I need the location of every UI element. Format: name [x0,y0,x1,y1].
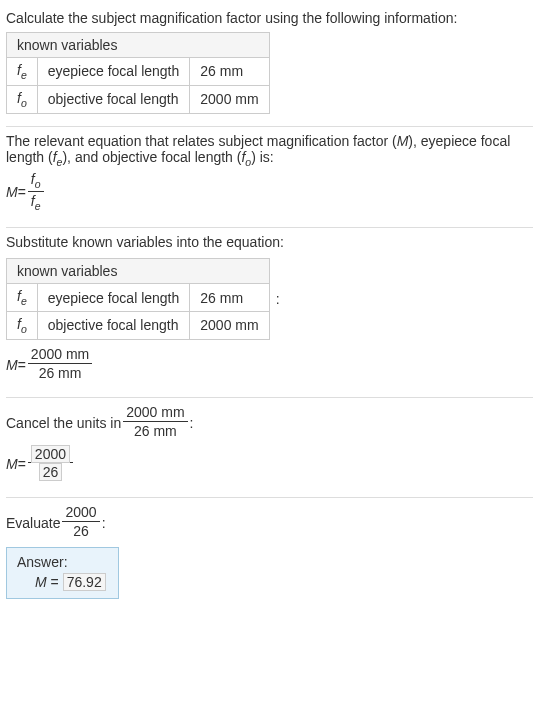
equation-description: The relevant equation that relates subje… [6,133,533,168]
cancel-intro: Cancel the units in 2000 mm 26 mm : [6,404,533,441]
table-row: fe eyepiece focal length 26 mm [7,284,270,312]
symbol-cell: fo [7,312,38,340]
value-cell: 26 mm [190,58,269,86]
section-equation: The relevant equation that relates subje… [6,127,533,229]
section-substitute: Substitute known variables into the equa… [6,228,533,398]
answer-equation: M = 76.92 [17,574,106,590]
desc-cell: eyepiece focal length [37,284,190,312]
desc-cell: objective focal length [37,85,190,113]
answer-box: Answer: M = 76.92 [6,547,119,599]
table-row: fo objective focal length 2000 mm [7,85,270,113]
desc-cell: objective focal length [37,312,190,340]
symbol-cell: fe [7,58,38,86]
value-cell: 2000 mm [190,85,269,113]
equation-substituted: M = 2000 mm 26 mm [6,346,533,383]
symbol-cell: fo [7,85,38,113]
known-header: known variables [7,33,270,58]
colon: : [276,291,280,307]
value-cell: 2000 mm [190,312,269,340]
equation-cancelled: M = 2000 26 [6,446,533,483]
known-header: known variables [7,259,270,284]
problem-statement: Calculate the subject magnification fact… [6,10,533,26]
substitute-intro: Substitute known variables into the equa… [6,234,533,250]
symbol-cell: fe [7,284,38,312]
section-cancel: Cancel the units in 2000 mm 26 mm : M = … [6,398,533,498]
table-row: fe eyepiece focal length 26 mm [7,58,270,86]
equation-symbolic: M = fo fe [6,171,533,213]
section-answer: Evaluate 2000 26 : Answer: M = 76.92 [6,498,533,609]
known-variables-table-1: known variables fe eyepiece focal length… [6,32,270,114]
desc-cell: eyepiece focal length [37,58,190,86]
evaluate-intro: Evaluate 2000 26 : [6,504,533,541]
section-problem: Calculate the subject magnification fact… [6,4,533,127]
answer-label: Answer: [17,554,106,570]
table-row: fo objective focal length 2000 mm [7,312,270,340]
known-variables-table-2: known variables fe eyepiece focal length… [6,258,270,340]
value-cell: 26 mm [190,284,269,312]
